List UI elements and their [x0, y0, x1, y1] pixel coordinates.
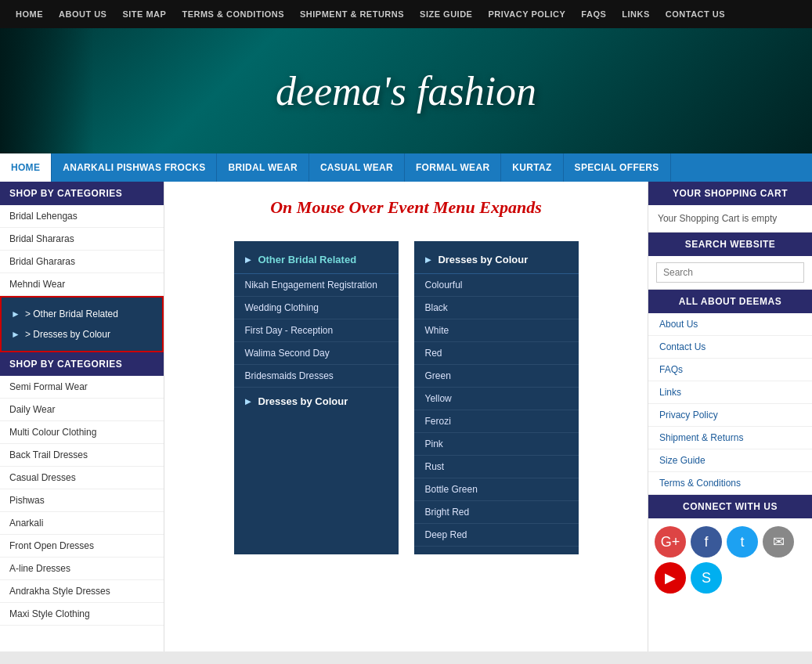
topnav-sitemap[interactable]: SITE MAP: [114, 9, 174, 19]
sidebar-daily-wear[interactable]: Daily Wear: [0, 399, 164, 421]
topnav-home[interactable]: HOME: [8, 9, 51, 19]
sidebar-other-bridal[interactable]: ► > Other Bridal Related: [2, 304, 162, 324]
arrow-icon: ►: [244, 395, 254, 407]
sidebar-casual-dresses[interactable]: Casual Dresses: [0, 467, 164, 489]
page-layout: SHOP BY CATEGORIES Bridal Lehengas Brida…: [0, 182, 812, 651]
sidebar-dresses-by-colour[interactable]: ► > Dresses by Colour: [2, 324, 162, 345]
dropdown2-white[interactable]: White: [414, 319, 579, 342]
dropdown2-rust[interactable]: Rust: [414, 456, 579, 478]
topnav-shipment[interactable]: SHIPMENT & RETURNS: [292, 9, 412, 19]
site-logo: deema's fashion: [276, 68, 536, 114]
dropdown2-red[interactable]: Red: [414, 342, 579, 365]
mainnav-anarkali[interactable]: ANARKALI PISHWAS FROCKS: [52, 153, 217, 182]
social-facebook-icon[interactable]: f: [691, 526, 722, 558]
topnav-sizeguide[interactable]: SIZE GUIDE: [412, 9, 480, 19]
link-contact-us[interactable]: Contact Us: [648, 336, 812, 359]
cart-empty-text: Your Shopping Cart is empty: [648, 205, 812, 233]
link-about-us[interactable]: About Us: [648, 313, 812, 336]
dropdown1-item-nikah[interactable]: Nikah Engagement Registration: [234, 274, 399, 297]
link-shipment[interactable]: Shipment & Returns: [648, 427, 812, 449]
dropdown2-pink[interactable]: Pink: [414, 433, 579, 456]
dropdown2-green[interactable]: Green: [414, 365, 579, 388]
dropdown1-item-walima[interactable]: Walima Second Day: [234, 342, 399, 365]
sidebar-section1-title: SHOP BY CATEGORIES: [0, 182, 164, 205]
dropdown2-brightred[interactable]: Bright Red: [414, 501, 579, 524]
dropdown-bridal-related: ► Other Bridal Related Nikah Engagement …: [234, 241, 399, 554]
social-skype-icon[interactable]: S: [691, 562, 722, 594]
sidebar-pishwas[interactable]: Pishwas: [0, 489, 164, 512]
main-title: On Mouse Over Event Menu Expands: [180, 197, 632, 218]
dropdown2-black[interactable]: Black: [414, 297, 579, 319]
dropdown2-ferozi[interactable]: Ferozi: [414, 410, 579, 433]
sidebar-front-open[interactable]: Front Open Dresses: [0, 535, 164, 558]
dropdown2-bottlegreen[interactable]: Bottle Green: [414, 478, 579, 501]
sidebar-semi-formal[interactable]: Semi Formal Wear: [0, 376, 164, 399]
left-sidebar: SHOP BY CATEGORIES Bridal Lehengas Brida…: [0, 182, 164, 651]
dropdown1-item-firstday[interactable]: First Day - Reception: [234, 319, 399, 342]
topnav-contact[interactable]: CONTACT US: [658, 9, 733, 19]
search-box: [648, 256, 812, 290]
right-sidebar: YOUR SHOPPING CART Your Shopping Cart is…: [648, 182, 812, 651]
link-privacy[interactable]: Privacy Policy: [648, 404, 812, 427]
sidebar-anarkali[interactable]: Anarkali: [0, 512, 164, 535]
arrow-icon: ►: [11, 329, 20, 340]
social-google-icon[interactable]: G+: [655, 526, 686, 558]
social-email-icon[interactable]: ✉: [763, 526, 794, 558]
sidebar-mehndi-wear[interactable]: Mehndi Wear: [0, 273, 164, 296]
topnav-faqs[interactable]: FAQS: [573, 9, 614, 19]
banner-figure: [0, 28, 94, 153]
mainnav-offers[interactable]: SPECIAL OFFERS: [564, 153, 671, 182]
main-navigation: HOME ANARKALI PISHWAS FROCKS BRIDAL WEAR…: [0, 153, 812, 182]
search-title: SEARCH WEBSITE: [648, 233, 812, 256]
link-sizeguide[interactable]: Size Guide: [648, 449, 812, 472]
arrow-icon: ►: [424, 254, 434, 265]
dropdown-dresses-by-colour: ► Dresses by Colour Colourful Black Whit…: [414, 241, 579, 554]
sidebar-hover-box: ► > Other Bridal Related ► > Dresses by …: [0, 296, 164, 352]
sidebar-aline[interactable]: A-line Dresses: [0, 558, 164, 580]
topnav-links[interactable]: LINKS: [614, 9, 658, 19]
social-icons-area: G+ f t ✉ ▶ S: [648, 518, 812, 601]
sidebar-bridal-ghararas[interactable]: Bridal Ghararas: [0, 251, 164, 273]
dropdown1-item-bridesmaids[interactable]: Bridesmaids Dresses: [234, 365, 399, 388]
about-title: ALL ABOUT DEEMAS: [648, 290, 812, 313]
topnav-about[interactable]: ABOUT US: [51, 9, 114, 19]
mainnav-home[interactable]: HOME: [0, 153, 52, 182]
sidebar-maxi-style[interactable]: Maxi Style Clothing: [0, 603, 164, 626]
link-links[interactable]: Links: [648, 381, 812, 404]
sidebar-bridal-shararas[interactable]: Bridal Shararas: [0, 228, 164, 251]
sidebar-multi-colour[interactable]: Multi Colour Clothing: [0, 421, 164, 444]
dropdown1-item-wedding[interactable]: Wedding Clothing: [234, 297, 399, 319]
search-input[interactable]: [656, 262, 804, 283]
mainnav-bridal[interactable]: BRIDAL WEAR: [217, 153, 309, 182]
social-twitter-icon[interactable]: t: [727, 526, 758, 558]
connect-title: CONNECT WITH US: [648, 495, 812, 518]
topnav-privacy[interactable]: PRIVACY POLICY: [480, 9, 573, 19]
dropdown2-colourful[interactable]: Colourful: [414, 274, 579, 297]
dropdown2-header: ► Dresses by Colour: [414, 249, 579, 274]
dropdown1-header-link[interactable]: Other Bridal Related: [258, 254, 356, 265]
dropdown1-subheader[interactable]: ► Dresses by Colour: [234, 388, 399, 412]
mainnav-casual[interactable]: CASUAL WEAR: [309, 153, 405, 182]
dropdown2-yellow[interactable]: Yellow: [414, 388, 579, 410]
dropdown1-header: ► Other Bridal Related: [234, 249, 399, 274]
sidebar-back-trail[interactable]: Back Trail Dresses: [0, 444, 164, 467]
mainnav-formal[interactable]: FORMAL WEAR: [405, 153, 501, 182]
sidebar-bridal-lehengas[interactable]: Bridal Lehengas: [0, 205, 164, 228]
mainnav-kurtaz[interactable]: KURTAZ: [501, 153, 563, 182]
social-youtube-icon[interactable]: ▶: [655, 562, 686, 594]
site-banner: deema's fashion: [0, 28, 812, 153]
sidebar-andrakha[interactable]: Andrakha Style Dresses: [0, 580, 164, 603]
main-content: On Mouse Over Event Menu Expands ► Other…: [164, 182, 648, 651]
link-faqs[interactable]: FAQs: [648, 359, 812, 381]
sidebar-section2-title: SHOP BY CATEGORIES: [0, 352, 164, 376]
arrow-icon: ►: [11, 309, 20, 319]
link-terms[interactable]: Terms & Conditions: [648, 472, 812, 495]
cart-title: YOUR SHOPPING CART: [648, 182, 812, 205]
topnav-terms[interactable]: TERMS & CONDITIONS: [174, 9, 292, 19]
top-navigation: HOME ABOUT US SITE MAP TERMS & CONDITION…: [0, 0, 812, 28]
arrow-icon: ►: [244, 254, 254, 265]
dropdown2-deepred[interactable]: Deep Red: [414, 524, 579, 547]
dropdown-area: ► Other Bridal Related Nikah Engagement …: [180, 241, 632, 554]
